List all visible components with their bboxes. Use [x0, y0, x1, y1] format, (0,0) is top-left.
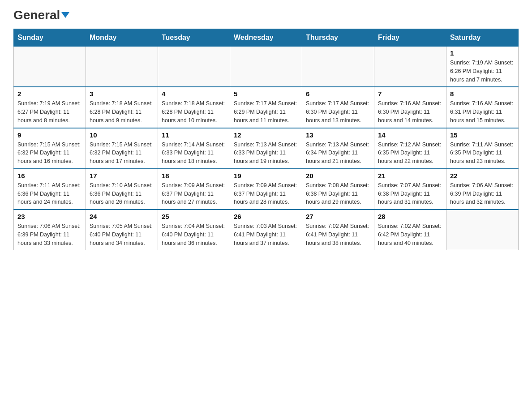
day-info: Sunrise: 7:16 AM Sunset: 6:31 PM Dayligh…	[450, 99, 515, 124]
day-info: Sunrise: 7:02 AM Sunset: 6:42 PM Dayligh…	[378, 222, 442, 247]
day-info: Sunrise: 7:04 AM Sunset: 6:40 PM Dayligh…	[162, 222, 226, 247]
day-number: 26	[234, 213, 298, 220]
calendar-cell: 28Sunrise: 7:02 AM Sunset: 6:42 PM Dayli…	[374, 210, 446, 250]
calendar-cell: 4Sunrise: 7:18 AM Sunset: 6:28 PM Daylig…	[158, 87, 230, 128]
day-info: Sunrise: 7:09 AM Sunset: 6:37 PM Dayligh…	[234, 181, 298, 206]
calendar-cell: 14Sunrise: 7:12 AM Sunset: 6:35 PM Dayli…	[374, 128, 446, 169]
day-info: Sunrise: 7:17 AM Sunset: 6:29 PM Dayligh…	[234, 99, 298, 124]
day-info: Sunrise: 7:06 AM Sunset: 6:39 PM Dayligh…	[17, 222, 82, 247]
day-number: 8	[450, 90, 515, 98]
logo: General	[13, 9, 69, 20]
day-info: Sunrise: 7:11 AM Sunset: 6:36 PM Dayligh…	[17, 181, 82, 206]
day-info: Sunrise: 7:19 AM Sunset: 6:26 PM Dayligh…	[450, 59, 515, 84]
calendar-cell	[230, 47, 302, 87]
day-number: 10	[90, 131, 154, 139]
day-number: 13	[306, 131, 370, 139]
calendar-cell: 23Sunrise: 7:06 AM Sunset: 6:39 PM Dayli…	[14, 210, 86, 250]
day-number: 27	[306, 213, 370, 220]
day-number: 3	[90, 90, 154, 98]
day-number: 23	[17, 213, 82, 220]
day-of-week-header: Wednesday	[230, 29, 302, 47]
calendar-cell: 3Sunrise: 7:18 AM Sunset: 6:28 PM Daylig…	[86, 87, 158, 128]
day-info: Sunrise: 7:13 AM Sunset: 6:33 PM Dayligh…	[234, 141, 298, 166]
day-of-week-header: Sunday	[14, 29, 86, 47]
calendar-cell: 12Sunrise: 7:13 AM Sunset: 6:33 PM Dayli…	[230, 128, 302, 169]
day-info: Sunrise: 7:14 AM Sunset: 6:33 PM Dayligh…	[162, 141, 226, 166]
day-number: 21	[378, 172, 442, 180]
day-info: Sunrise: 7:15 AM Sunset: 6:32 PM Dayligh…	[90, 141, 154, 166]
day-of-week-header: Monday	[86, 29, 158, 47]
day-number: 22	[450, 172, 515, 180]
day-number: 28	[378, 213, 442, 220]
calendar-cell: 11Sunrise: 7:14 AM Sunset: 6:33 PM Dayli…	[158, 128, 230, 169]
day-of-week-header: Saturday	[446, 29, 519, 47]
day-info: Sunrise: 7:13 AM Sunset: 6:34 PM Dayligh…	[306, 141, 370, 166]
day-info: Sunrise: 7:03 AM Sunset: 6:41 PM Dayligh…	[234, 222, 298, 247]
calendar-cell: 16Sunrise: 7:11 AM Sunset: 6:36 PM Dayli…	[14, 169, 86, 210]
day-number: 18	[162, 172, 226, 180]
logo-general: General	[13, 9, 69, 21]
day-number: 2	[17, 90, 82, 98]
day-of-week-header: Thursday	[302, 29, 374, 47]
day-info: Sunrise: 7:12 AM Sunset: 6:35 PM Dayligh…	[378, 141, 442, 166]
day-number: 19	[234, 172, 298, 180]
day-number: 15	[450, 131, 515, 139]
calendar-table: SundayMondayTuesdayWednesdayThursdayFrid…	[13, 29, 519, 250]
day-number: 6	[306, 90, 370, 98]
day-info: Sunrise: 7:07 AM Sunset: 6:38 PM Dayligh…	[378, 181, 442, 206]
calendar-cell: 13Sunrise: 7:13 AM Sunset: 6:34 PM Dayli…	[302, 128, 374, 169]
calendar-cell	[302, 47, 374, 87]
day-number: 24	[90, 213, 154, 220]
calendar-cell	[446, 210, 519, 250]
day-number: 1	[450, 49, 515, 57]
day-info: Sunrise: 7:06 AM Sunset: 6:39 PM Dayligh…	[450, 181, 515, 206]
day-info: Sunrise: 7:10 AM Sunset: 6:36 PM Dayligh…	[90, 181, 154, 206]
calendar-cell: 25Sunrise: 7:04 AM Sunset: 6:40 PM Dayli…	[158, 210, 230, 250]
day-number: 4	[162, 90, 226, 98]
day-info: Sunrise: 7:11 AM Sunset: 6:35 PM Dayligh…	[450, 141, 515, 166]
calendar-cell	[14, 47, 86, 87]
calendar-cell: 21Sunrise: 7:07 AM Sunset: 6:38 PM Dayli…	[374, 169, 446, 210]
calendar-week-row: 2Sunrise: 7:19 AM Sunset: 6:27 PM Daylig…	[14, 87, 519, 128]
calendar-week-row: 23Sunrise: 7:06 AM Sunset: 6:39 PM Dayli…	[14, 210, 519, 250]
calendar-cell: 1Sunrise: 7:19 AM Sunset: 6:26 PM Daylig…	[446, 47, 519, 87]
day-number: 20	[306, 172, 370, 180]
day-number: 11	[162, 131, 226, 139]
calendar-cell: 26Sunrise: 7:03 AM Sunset: 6:41 PM Dayli…	[230, 210, 302, 250]
day-number: 16	[17, 172, 82, 180]
day-info: Sunrise: 7:18 AM Sunset: 6:28 PM Dayligh…	[90, 99, 154, 124]
day-info: Sunrise: 7:05 AM Sunset: 6:40 PM Dayligh…	[90, 222, 154, 247]
calendar-week-row: 1Sunrise: 7:19 AM Sunset: 6:26 PM Daylig…	[14, 47, 519, 87]
calendar-cell: 27Sunrise: 7:02 AM Sunset: 6:41 PM Dayli…	[302, 210, 374, 250]
calendar-cell: 18Sunrise: 7:09 AM Sunset: 6:37 PM Dayli…	[158, 169, 230, 210]
calendar-cell: 15Sunrise: 7:11 AM Sunset: 6:35 PM Dayli…	[446, 128, 519, 169]
day-info: Sunrise: 7:09 AM Sunset: 6:37 PM Dayligh…	[162, 181, 226, 206]
calendar-cell	[374, 47, 446, 87]
calendar-cell: 22Sunrise: 7:06 AM Sunset: 6:39 PM Dayli…	[446, 169, 519, 210]
day-number: 17	[90, 172, 154, 180]
calendar-cell	[158, 47, 230, 87]
day-info: Sunrise: 7:16 AM Sunset: 6:30 PM Dayligh…	[378, 99, 442, 124]
calendar-cell: 20Sunrise: 7:08 AM Sunset: 6:38 PM Dayli…	[302, 169, 374, 210]
calendar-cell: 8Sunrise: 7:16 AM Sunset: 6:31 PM Daylig…	[446, 87, 519, 128]
calendar-cell: 10Sunrise: 7:15 AM Sunset: 6:32 PM Dayli…	[86, 128, 158, 169]
day-number: 5	[234, 90, 298, 98]
calendar-week-row: 16Sunrise: 7:11 AM Sunset: 6:36 PM Dayli…	[14, 169, 519, 210]
calendar-cell: 5Sunrise: 7:17 AM Sunset: 6:29 PM Daylig…	[230, 87, 302, 128]
day-info: Sunrise: 7:19 AM Sunset: 6:27 PM Dayligh…	[17, 99, 82, 124]
calendar-cell: 7Sunrise: 7:16 AM Sunset: 6:30 PM Daylig…	[374, 87, 446, 128]
day-info: Sunrise: 7:17 AM Sunset: 6:30 PM Dayligh…	[306, 99, 370, 124]
day-info: Sunrise: 7:18 AM Sunset: 6:28 PM Dayligh…	[162, 99, 226, 124]
day-of-week-header: Tuesday	[158, 29, 230, 47]
calendar-cell: 17Sunrise: 7:10 AM Sunset: 6:36 PM Dayli…	[86, 169, 158, 210]
day-of-week-header: Friday	[374, 29, 446, 47]
day-number: 25	[162, 213, 226, 220]
day-number: 14	[378, 131, 442, 139]
calendar-cell	[86, 47, 158, 87]
day-number: 7	[378, 90, 442, 98]
day-number: 12	[234, 131, 298, 139]
day-info: Sunrise: 7:15 AM Sunset: 6:32 PM Dayligh…	[17, 141, 82, 166]
calendar-cell: 24Sunrise: 7:05 AM Sunset: 6:40 PM Dayli…	[86, 210, 158, 250]
calendar-cell: 2Sunrise: 7:19 AM Sunset: 6:27 PM Daylig…	[14, 87, 86, 128]
calendar-cell: 9Sunrise: 7:15 AM Sunset: 6:32 PM Daylig…	[14, 128, 86, 169]
